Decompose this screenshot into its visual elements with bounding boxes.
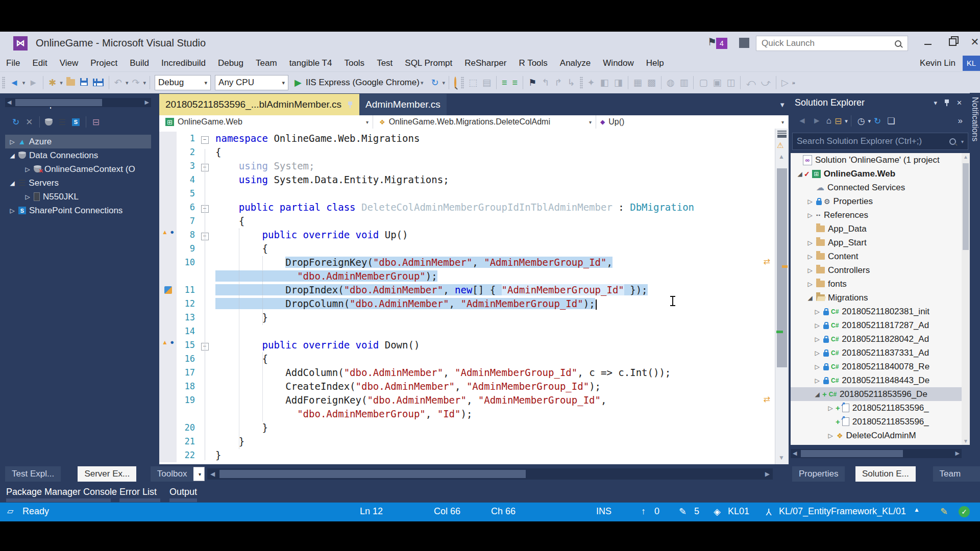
menu-item-team[interactable]: Team: [250, 55, 283, 71]
code-line-10[interactable]: 10 DropForeignKey("dbo.AdminMember", "Ad…: [159, 256, 789, 269]
stop-refresh-icon[interactable]: ✕: [26, 117, 33, 128]
tree-item-201805211853596-[interactable]: 201805211853596_: [791, 401, 970, 415]
editor-vscrollbar[interactable]: ⚠ ▲ ▼: [775, 129, 789, 464]
code-line-2[interactable]: 2{: [159, 145, 789, 159]
scrollbar-thumb[interactable]: [777, 168, 787, 367]
quick-launch-input[interactable]: [761, 37, 885, 49]
new-project-caret[interactable]: ▾: [59, 80, 64, 86]
menu-item-debug[interactable]: Debug: [212, 55, 250, 71]
toolbar-overflow-icon[interactable]: »: [958, 116, 963, 126]
previous-bookmark-icon[interactable]: ↰: [539, 77, 552, 88]
redo-caret[interactable]: ▾: [142, 80, 148, 86]
refresh-icon[interactable]: ↻: [428, 77, 441, 88]
menu-item-resharper[interactable]: ReSharper: [458, 55, 512, 71]
notifications-flag-icon[interactable]: ⚑ 4: [707, 36, 717, 48]
code-line-6[interactable]: 6 public partial class DeleteColAdminMem…: [159, 201, 789, 214]
navigate-backward-icon[interactable]: ◄: [7, 78, 21, 88]
expander-collapsed-icon[interactable]: [23, 166, 32, 173]
server-explorer-hscrollbar[interactable]: ◀ ▶: [5, 98, 151, 107]
branch-name[interactable]: KL/07_EntityFramework_KL/01: [779, 506, 906, 517]
collapse-region-icon[interactable]: [201, 136, 209, 144]
surround-with-icon[interactable]: ◧: [598, 77, 611, 88]
expander-collapsed-icon[interactable]: [813, 336, 821, 343]
member-dropdown[interactable]: ◆ Up()▾: [596, 115, 789, 129]
code-line-20[interactable]: 20 }: [159, 421, 789, 435]
project-dropdown[interactable]: OnlineGame.Web▾: [159, 115, 373, 129]
tab-server-ex-[interactable]: Server Ex...: [78, 466, 136, 482]
pending-changes-filter-icon[interactable]: ◷: [857, 116, 865, 127]
scrollbar-thumb[interactable]: [963, 163, 969, 250]
tree-item-content[interactable]: Content: [791, 249, 970, 263]
code-cleanup-icon[interactable]: [164, 286, 172, 294]
tree-item-201805211837331-ad[interactable]: 201805211837331_Ad: [791, 346, 970, 360]
export-document-icon[interactable]: ▢: [696, 77, 710, 88]
type-dropdown[interactable]: OnlineGame.Web.Migrations.DeleteColAdmi▾: [373, 115, 596, 129]
tree-item-201805211840078-re[interactable]: 201805211840078_Re: [791, 360, 970, 373]
code-editor[interactable]: 1namespace OnlineGame.Web.Migrations2{3 …: [159, 129, 789, 464]
undo-icon[interactable]: ↶: [112, 77, 125, 88]
expander-collapsed-icon[interactable]: [813, 363, 821, 370]
signed-in-user[interactable]: Kevin Lin: [920, 55, 955, 71]
home-icon[interactable]: [826, 116, 831, 126]
tab-toolbox[interactable]: Toolbox: [151, 466, 194, 482]
undo-structure-icon[interactable]: ⤺: [743, 78, 758, 88]
new-project-icon[interactable]: ✱: [46, 77, 59, 88]
filter-caret-icon[interactable]: ▾: [868, 118, 871, 124]
scroll-down-icon[interactable]: ▼: [778, 454, 785, 461]
solution-vscrollbar[interactable]: ▲ ▼: [962, 153, 970, 445]
tab-properties[interactable]: Properties: [792, 466, 845, 482]
expander-collapsed-icon[interactable]: [806, 239, 814, 246]
code-line-7[interactable]: 7 {: [159, 214, 789, 228]
expander-collapsed-icon[interactable]: [806, 267, 814, 274]
solution-search-box[interactable]: Search Solution Explorer (Ctrl+;) ▾: [792, 133, 968, 150]
quick-launch-box[interactable]: [756, 36, 908, 51]
save-icon[interactable]: [78, 78, 90, 88]
sync-with-active-document-icon[interactable]: ↻: [874, 116, 881, 127]
package-manager-console-tab[interactable]: Package Manager Console: [6, 487, 117, 497]
sort-lines-icon[interactable]: ≡: [499, 78, 510, 88]
save-all-icon[interactable]: [90, 77, 106, 89]
sort-usings-icon[interactable]: ≡: [510, 78, 521, 88]
code-line-11[interactable]: 11 DropIndex("dbo.AdminMember", new[] { …: [159, 283, 789, 297]
find-in-files-icon[interactable]: [452, 78, 459, 88]
collapse-all-icon[interactable]: ⊟: [835, 116, 842, 127]
browser-view-icon[interactable]: ◍: [664, 77, 677, 88]
code-line-8[interactable]: 8 public override void Up(): [159, 228, 789, 242]
tab-adminmember-file[interactable]: AdminMember.cs: [359, 94, 447, 115]
menu-item-tools[interactable]: Tools: [338, 55, 371, 71]
expander-expanded-icon[interactable]: [806, 294, 814, 302]
sharepoint-connection-icon[interactable]: [72, 118, 80, 126]
tree-item-app-start[interactable]: App_Start: [791, 236, 970, 249]
tree-item-n550jkl[interactable]: N550JKL: [5, 190, 151, 204]
tab-solution-e-[interactable]: Solution E...: [855, 466, 916, 482]
menu-item-view[interactable]: View: [54, 55, 85, 71]
menu-item-window[interactable]: Window: [597, 55, 640, 71]
code-line-4[interactable]: 4 using System.Data.Entity.Migrations;: [159, 173, 789, 187]
tree-item-servers[interactable]: Servers: [5, 176, 151, 190]
back-icon[interactable]: ◄: [798, 116, 806, 126]
tree-item-references[interactable]: References: [791, 208, 970, 222]
bookmark-icon[interactable]: ⚑: [526, 77, 539, 88]
expander-collapsed-icon[interactable]: [8, 138, 16, 145]
menu-item-sql-prompt[interactable]: SQL Prompt: [399, 55, 458, 71]
menu-item-build[interactable]: Build: [124, 55, 155, 71]
tree-item-201805211853596-de[interactable]: 201805211853596_De: [791, 387, 970, 401]
menu-item-test[interactable]: Test: [371, 55, 399, 71]
feedback-icon[interactable]: [739, 38, 749, 48]
code-line-9[interactable]: 9 {: [159, 242, 789, 256]
open-file-icon[interactable]: [64, 78, 78, 88]
snippet-icon[interactable]: ✦: [585, 77, 598, 88]
code-line-1[interactable]: 1namespace OnlineGame.Web.Migrations: [159, 132, 789, 145]
start-debugging-button[interactable]: ▶ IIS Express (Google Chrome) ▾: [290, 77, 428, 88]
code-line-wrap[interactable]: "dbo.AdminMemberGroup", "Id");: [159, 407, 789, 421]
menu-item-project[interactable]: Project: [84, 55, 124, 71]
navigate-forward-icon[interactable]: ►: [26, 78, 40, 88]
tree-item-201805211802381-init[interactable]: 201805211802381_init: [791, 305, 970, 318]
refresh-icon[interactable]: ↻: [12, 117, 19, 128]
solution-explorer-title-bar[interactable]: Solution Explorer ▾ ✕: [791, 94, 970, 111]
code-line-12[interactable]: 12 DropColumn("dbo.AdminMember", "AdminM…: [159, 297, 789, 311]
expander-collapsed-icon[interactable]: [813, 308, 821, 315]
tree-item-data-connections[interactable]: Data Connections: [5, 148, 151, 162]
resharper-format-marker-icon[interactable]: [764, 394, 770, 404]
minimize-button[interactable]: [917, 32, 939, 52]
